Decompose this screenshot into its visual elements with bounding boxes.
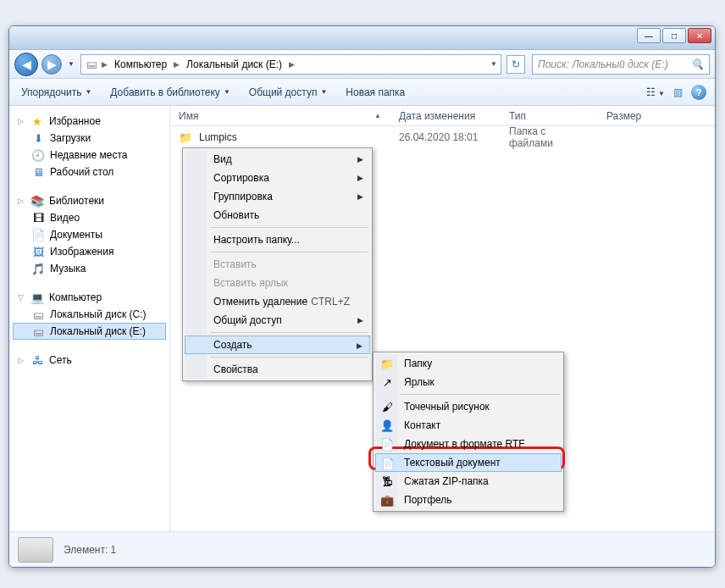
drive-icon: 🖴	[85, 58, 98, 71]
column-size[interactable]: Размер	[598, 110, 666, 122]
music-icon: 🎵	[31, 262, 45, 275]
sidebar-video[interactable]: 🎞Видео	[13, 209, 166, 226]
star-icon: ★	[30, 114, 44, 128]
menu-create-bitmap[interactable]: 🖌Точечный рисунок	[375, 397, 562, 416]
context-submenu-create: 📁Папку ↗Ярлык 🖌Точечный рисунок 👤Контакт…	[373, 352, 564, 512]
zip-icon: 🗜	[380, 474, 394, 488]
briefcase-icon: 💼	[380, 493, 394, 507]
view-options-button[interactable]: ☷ ▼	[646, 86, 665, 98]
search-placeholder: Поиск: Локальный диск (E:)	[538, 58, 668, 70]
sidebar-desktop[interactable]: 🖥Рабочий стол	[13, 164, 166, 180]
menu-create-rtf[interactable]: 📄Документ в формате RTF	[375, 435, 562, 453]
drive-icon	[18, 537, 53, 563]
video-icon: 🎞	[31, 211, 45, 225]
chevron-right-icon[interactable]: ▶	[172, 60, 181, 69]
folder-icon: 📁	[179, 130, 192, 144]
titlebar: — □ ✕	[9, 26, 715, 50]
column-type[interactable]: Тип	[501, 110, 598, 122]
text-icon: 📄	[381, 457, 395, 470]
separator	[401, 394, 560, 395]
status-text: Элемент: 1	[64, 544, 116, 556]
menu-create-briefcase[interactable]: 💼Портфель	[375, 491, 562, 509]
breadcrumb-computer[interactable]: Компьютер	[111, 57, 170, 72]
drive-icon: 🖴	[31, 325, 45, 338]
navigation-bar: ◀ ▶ ▼ 🖴 ▶ Компьютер ▶ Локальный диск (E:…	[9, 50, 715, 79]
desktop-icon: 🖥	[31, 165, 45, 179]
menu-share[interactable]: Общий доступ▶	[185, 311, 370, 330]
menu-create-text[interactable]: 📄Текстовый документ	[375, 453, 562, 472]
preview-pane-button[interactable]: ▥	[673, 86, 683, 98]
refresh-button[interactable]: ↻	[506, 55, 525, 74]
close-button[interactable]: ✕	[688, 28, 711, 43]
image-icon: 🖼	[31, 245, 45, 258]
maximize-button[interactable]: □	[662, 28, 686, 43]
menu-create-shortcut[interactable]: ↗Ярлык	[375, 373, 562, 391]
menu-sort[interactable]: Сортировка▶	[185, 169, 370, 187]
menu-view[interactable]: Вид▶	[185, 150, 370, 169]
download-icon: ⬇	[31, 131, 45, 145]
bitmap-icon: 🖌	[380, 400, 394, 413]
menu-undo[interactable]: Отменить удалениеCTRL+Z	[185, 292, 370, 311]
menu-group[interactable]: Группировка▶	[185, 187, 370, 206]
network-icon: 🖧	[30, 353, 44, 367]
breadcrumb[interactable]: 🖴 ▶ Компьютер ▶ Локальный диск (E:) ▶ ▼	[80, 54, 501, 75]
menu-properties[interactable]: Свойства	[185, 360, 370, 379]
computer-icon: 💻	[30, 291, 44, 304]
folder-icon: 📁	[380, 357, 394, 370]
document-icon: 📄	[31, 228, 45, 241]
minimize-button[interactable]: —	[637, 28, 661, 43]
sidebar-favorites-header[interactable]: ▷★Избранное	[13, 113, 166, 130]
menu-customize-folder[interactable]: Настроить папку...	[185, 230, 370, 249]
sidebar-images[interactable]: 🖼Изображения	[13, 243, 166, 260]
search-icon: 🔍	[691, 58, 704, 70]
menu-create[interactable]: Создать▶	[185, 336, 370, 354]
context-menu: Вид▶ Сортировка▶ Группировка▶ Обновить Н…	[182, 147, 373, 381]
menu-paste: Вставить	[185, 255, 370, 274]
menu-create-zip[interactable]: 🗜Сжатая ZIP-папка	[375, 472, 562, 491]
separator	[210, 357, 368, 358]
share-button[interactable]: Общий доступ▼	[246, 83, 331, 102]
help-button[interactable]: ?	[691, 85, 706, 100]
toolbar: Упорядочить▼ Добавить в библиотеку▼ Общи…	[9, 79, 715, 106]
separator	[210, 227, 368, 228]
separator	[210, 332, 368, 333]
sidebar-drive-c[interactable]: 🖴Локальный диск (C:)	[13, 306, 166, 323]
menu-create-contact[interactable]: 👤Контакт	[375, 416, 562, 435]
sidebar-drive-e[interactable]: 🖴Локальный диск (E:)	[13, 323, 166, 340]
new-folder-button[interactable]: Новая папка	[342, 83, 408, 102]
history-dropdown[interactable]: ▼	[65, 53, 77, 76]
shortcut-icon: ↗	[380, 375, 394, 389]
sidebar-recent[interactable]: 🕘Недавние места	[13, 147, 166, 164]
sidebar-libraries-header[interactable]: ▷📚Библиотеки	[13, 192, 166, 209]
sidebar-music[interactable]: 🎵Музыка	[13, 260, 166, 277]
column-headers: Имя▲ Дата изменения Тип Размер	[170, 106, 715, 126]
arrange-button[interactable]: Упорядочить▼	[18, 83, 95, 102]
statusbar: Элемент: 1	[9, 531, 715, 567]
chevron-right-icon[interactable]: ▶	[100, 60, 109, 69]
back-button[interactable]: ◀	[14, 53, 38, 76]
menu-paste-shortcut: Вставить ярлык	[185, 274, 370, 292]
breadcrumb-dropdown[interactable]: ▼	[490, 60, 497, 68]
sidebar-network[interactable]: ▷🖧Сеть	[13, 352, 166, 369]
sidebar-computer-header[interactable]: ▽💻Компьютер	[13, 289, 166, 306]
add-library-button[interactable]: Добавить в библиотеку▼	[107, 83, 233, 102]
contact-icon: 👤	[380, 419, 394, 432]
menu-create-folder[interactable]: 📁Папку	[375, 354, 562, 373]
menu-refresh[interactable]: Обновить	[185, 206, 370, 225]
recent-icon: 🕘	[31, 148, 45, 162]
file-row[interactable]: 📁Lumpics 26.04.2020 18:01 Папка с файлам…	[170, 126, 715, 145]
breadcrumb-disk[interactable]: Локальный диск (E:)	[183, 57, 285, 72]
column-date[interactable]: Дата изменения	[390, 110, 501, 122]
column-name[interactable]: Имя▲	[170, 110, 390, 122]
search-input[interactable]: Поиск: Локальный диск (E:) 🔍	[532, 54, 710, 75]
separator	[210, 252, 368, 252]
rtf-icon: 📄	[380, 437, 394, 451]
chevron-right-icon[interactable]: ▶	[287, 60, 296, 69]
sidebar: ▷★Избранное ⬇Загрузки 🕘Недавние места 🖥Р…	[9, 106, 170, 546]
sidebar-documents[interactable]: 📄Документы	[13, 226, 166, 243]
sidebar-downloads[interactable]: ⬇Загрузки	[13, 130, 166, 147]
library-icon: 📚	[30, 194, 44, 208]
forward-button[interactable]: ▶	[42, 54, 62, 75]
drive-icon: 🖴	[31, 308, 45, 321]
